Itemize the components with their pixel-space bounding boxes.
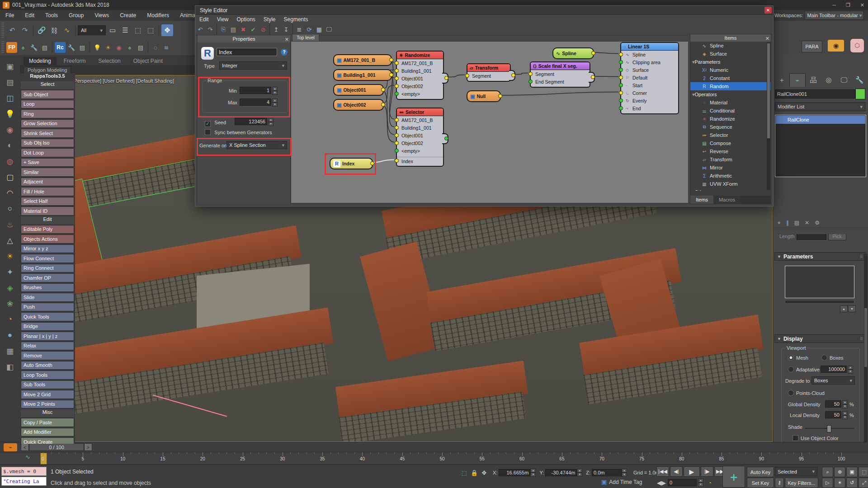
se-check-icon[interactable]: ✔ — [248, 24, 258, 34]
maximize-viewport-icon[interactable]: ⤢ — [859, 478, 868, 488]
items-item-conditional[interactable]: ⚌Conditional — [690, 107, 771, 115]
left-strip-tool-icon[interactable]: 💡 — [4, 108, 16, 120]
trackbar-filter-icon[interactable]: ∿ — [25, 454, 30, 460]
ribbon-tab-modeling[interactable]: Modeling — [24, 57, 57, 65]
ribbon-tab-freeform[interactable]: Freeform — [58, 57, 91, 65]
items-item-constant[interactable]: 2Constant — [690, 74, 771, 82]
input-port-icon[interactable] — [395, 92, 399, 96]
zoom-icon[interactable]: ⌕ — [822, 467, 833, 477]
items-group-parameters[interactable]: ▾ Parameters — [690, 58, 771, 66]
items-item-spline[interactable]: ∿Spline — [690, 42, 771, 50]
items-item-transform[interactable]: ▱Transform — [690, 155, 771, 164]
workspaces-dropdown[interactable]: Main Toolbar - modular ▾ — [805, 11, 864, 20]
rappa-button-quick-tools[interactable]: Quick Tools — [21, 312, 74, 321]
left-strip-tool-icon[interactable]: ▢ — [4, 171, 16, 183]
command-tab-motion[interactable]: ◎ — [821, 73, 836, 87]
global-density-field[interactable]: 50 — [825, 400, 841, 408]
command-tab-hierarchy[interactable]: 品 — [806, 73, 821, 87]
polygon-modeling-tab[interactable]: Polygon Modeling — [24, 66, 71, 74]
shade-slider[interactable] — [805, 428, 854, 429]
node-randomize[interactable]: ✳RandomizeAM172_001_BBuilding1_001Object… — [396, 51, 444, 100]
items-item-reverse[interactable]: ↩Reverse — [690, 147, 771, 155]
rappa-button-sub-obj-iso[interactable]: Sub Obj Iso — [21, 139, 74, 148]
rappa-button-quick-create[interactable]: Quick Create — [21, 437, 74, 444]
mesh-radio[interactable]: Mesh — [788, 355, 808, 361]
input-port-icon[interactable] — [395, 61, 399, 65]
node-linear-1s[interactable]: ◌Linear 1S∿Spline∿Clipping area◇Surface⚐… — [620, 42, 679, 114]
node-index[interactable]: RIndex — [330, 158, 373, 169]
menu-file[interactable]: File — [0, 12, 19, 19]
circle-tool-icon[interactable]: ◌ — [151, 42, 160, 52]
rappa-button-sub-tools[interactable]: Sub Tools — [21, 380, 74, 389]
command-tab-modify[interactable]: ⌁ — [789, 73, 806, 87]
items-tab-items[interactable]: Items — [690, 196, 713, 204]
local-density-spinner[interactable]: ▲▼ — [842, 411, 848, 419]
items-close-icon[interactable]: ✕ — [765, 35, 769, 42]
items-item-uvw-xform[interactable]: ▦UVW XForm — [690, 180, 771, 188]
default-in-out-tangents-icon[interactable]: ⚷ — [775, 478, 784, 488]
input-port-icon[interactable] — [395, 149, 399, 153]
items-group-others[interactable]: ▾ Others — [690, 188, 771, 191]
left-strip-tool-icon[interactable]: ◉ — [4, 124, 16, 136]
viewport-hud-label[interactable]: [+] [Perspective] [User Defined] [Defaul… — [66, 78, 174, 84]
left-strip-tool-icon[interactable]: ▤ — [4, 76, 16, 88]
input-port-icon[interactable] — [619, 75, 623, 80]
select-link-icon[interactable]: 🔗 — [36, 24, 47, 36]
command-panel-scrollbar[interactable] — [864, 254, 868, 444]
input-port-icon[interactable] — [395, 118, 399, 122]
node-selector[interactable]: ≔SelectorAM172_001_BBuilding1_001Object0… — [396, 108, 444, 167]
output-port-icon[interactable] — [444, 76, 448, 80]
display-rollout-header[interactable]: ▼Display⠿ — [774, 334, 866, 343]
z-coordinate-field[interactable]: 0.0m — [592, 469, 622, 476]
se-redo-icon[interactable]: ↷ — [205, 24, 215, 34]
node-scale-final-x-seg-[interactable]: ⟨⟩Scale final X seg.SegmentEnd Segment — [530, 61, 590, 88]
light-icon[interactable]: 💡 — [92, 42, 102, 52]
items-item-numeric[interactable]: X²Numeric — [690, 66, 771, 74]
sync-generators-checkbox[interactable]: Sync between Generators — [205, 129, 272, 136]
show-end-result-icon[interactable]: ∥ — [786, 220, 789, 228]
type-dropdown[interactable]: Integer▾ — [219, 61, 287, 70]
rappa-button-editable-poly[interactable]: Editable Poly — [21, 225, 74, 234]
camera-icon[interactable]: ◉ — [828, 40, 844, 52]
properties-close-icon[interactable]: ✕ — [285, 36, 289, 43]
generate-on-dropdown[interactable]: X Spline Section▾ — [226, 141, 287, 149]
bind-spacewarp-icon[interactable]: ∿ — [61, 24, 73, 36]
key-mode-toggle-icon[interactable]: ◀▶ — [656, 478, 666, 488]
unlink-icon[interactable]: ⛓ — [48, 24, 60, 36]
input-port-icon[interactable] — [619, 68, 623, 72]
rappa-button-objects-actions[interactable]: Objects Actions — [21, 235, 74, 244]
orbit-icon[interactable]: ↺ — [846, 478, 858, 488]
left-strip-tool-icon[interactable]: ♨ — [4, 219, 16, 230]
move-up-button[interactable]: ▲ — [840, 305, 848, 312]
frame-spinner[interactable]: ▲▼ — [698, 479, 703, 487]
style-editor-close-icon[interactable]: ✕ — [764, 7, 772, 14]
rappa-button-material-id[interactable]: Material ID — [21, 206, 74, 216]
key-filters-button[interactable]: Key Filters... — [785, 478, 818, 488]
select-by-name-icon[interactable]: ☰ — [119, 24, 131, 36]
rappa-button-loop-tools[interactable]: Loop Tools — [21, 371, 74, 380]
node-graph-canvas[interactable]: ▣AM172_001_B▣Building1_001▣Object001▣Obj… — [291, 41, 689, 203]
transform-type-in-icon[interactable]: ✥ — [479, 468, 489, 478]
menu-create[interactable]: Create — [114, 12, 142, 19]
output-port-icon[interactable] — [381, 103, 385, 107]
rappa-button-slide[interactable]: Slide — [21, 293, 74, 302]
left-strip-tool-icon[interactable]: ◍ — [4, 155, 16, 167]
zoom-all-icon[interactable]: ⊕ — [834, 467, 845, 477]
current-frame-field[interactable]: 0 — [668, 479, 697, 486]
left-strip-tool-icon[interactable]: △ — [4, 235, 16, 246]
left-strip-tool-icon[interactable]: ❀ — [4, 298, 16, 310]
items-item-material[interactable]: ⁘Material — [690, 99, 771, 107]
ribbon-tab-selection[interactable]: Selection — [93, 57, 126, 65]
left-strip-tool-icon[interactable]: ◈ — [4, 282, 16, 294]
select-object-icon[interactable]: ▭ — [107, 24, 118, 36]
items-group-operators[interactable]: ▾ Operators — [690, 90, 771, 99]
restore-icon[interactable]: ❐ — [846, 2, 850, 8]
output-port-icon[interactable] — [381, 88, 385, 92]
items-item-sequence[interactable]: ⧉Sequence — [690, 123, 771, 131]
z-spinner[interactable]: ▲▼ — [622, 469, 627, 477]
seed-spinner[interactable]: ▲▼ — [268, 118, 274, 126]
node-building1-001[interactable]: ▣Building1_001 — [333, 69, 392, 81]
rappa-button-ring[interactable]: Ring — [21, 109, 74, 118]
rappa-button-sub-object[interactable]: Sub Object — [21, 90, 74, 99]
rect-marquee-icon[interactable]: ⬚ — [132, 24, 144, 36]
